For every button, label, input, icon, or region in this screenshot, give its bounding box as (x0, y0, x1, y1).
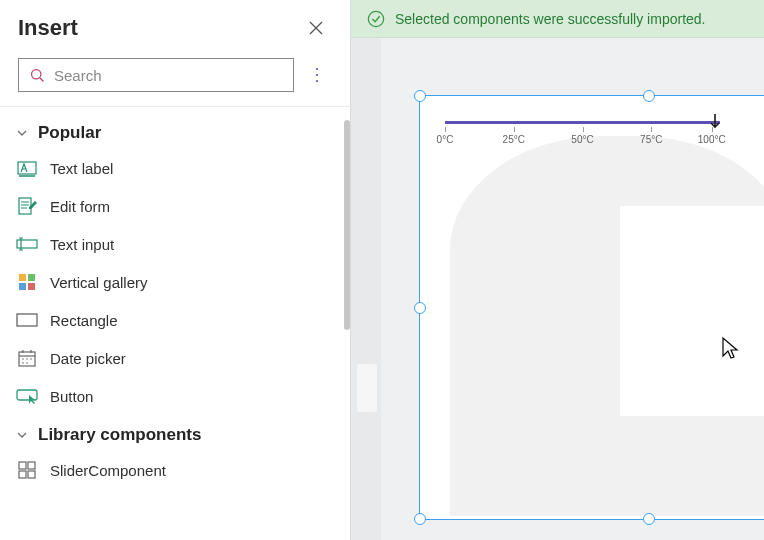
group-title: Popular (38, 123, 101, 143)
panel-body[interactable]: Popular Text label Edit form Text input (0, 106, 350, 540)
svg-rect-10 (28, 283, 35, 290)
slider-tick-label: 50°C (571, 134, 593, 145)
svg-rect-9 (19, 283, 26, 290)
group-header-library-components[interactable]: Library components (0, 415, 350, 451)
insert-item-date-picker[interactable]: Date picker (0, 339, 350, 377)
svg-rect-19 (19, 462, 26, 469)
svg-point-13 (22, 358, 24, 360)
item-label: SliderComponent (50, 462, 166, 479)
slider-tick-label: 75°C (640, 134, 662, 145)
svg-point-2 (316, 74, 318, 76)
insert-item-slider-component[interactable]: SliderComponent (0, 451, 350, 489)
chevron-down-icon (16, 127, 28, 139)
slider-tick (445, 127, 446, 132)
svg-point-17 (26, 362, 28, 364)
search-row (0, 52, 350, 106)
svg-point-15 (30, 358, 32, 360)
item-label: Button (50, 388, 93, 405)
slider-tick-label: 100°C (698, 134, 726, 145)
svg-rect-8 (28, 274, 35, 281)
text-input-icon (16, 234, 38, 254)
search-input[interactable] (54, 67, 283, 84)
resize-handle-top-left[interactable] (414, 90, 426, 102)
gallery-icon (16, 272, 38, 292)
item-label: Vertical gallery (50, 274, 148, 291)
slider-tick (583, 127, 584, 132)
date-picker-icon (16, 348, 38, 368)
toast-message: Selected components were successfully im… (395, 11, 705, 27)
canvas-area: Selected components were successfully im… (350, 0, 764, 540)
slider-tick-label: 0°C (437, 134, 454, 145)
svg-point-14 (26, 358, 28, 360)
svg-rect-18 (17, 390, 37, 400)
slider-tick (514, 127, 515, 132)
more-vertical-icon (309, 66, 325, 84)
chevron-down-icon (16, 429, 28, 441)
svg-point-16 (22, 362, 24, 364)
svg-rect-21 (19, 471, 26, 478)
item-label: Text input (50, 236, 114, 253)
item-label: Text label (50, 160, 113, 177)
group-header-popular[interactable]: Popular (0, 113, 350, 149)
panel-title: Insert (18, 15, 78, 41)
svg-point-1 (316, 68, 318, 70)
svg-rect-22 (28, 471, 35, 478)
slider-ticks: 0°C25°C50°C75°C100°C (445, 127, 720, 151)
slider-tick (651, 127, 652, 132)
overflow-button[interactable] (302, 60, 332, 90)
button-icon (16, 386, 38, 406)
svg-rect-5 (19, 198, 31, 214)
insert-item-vertical-gallery[interactable]: Vertical gallery (0, 263, 350, 301)
group-title: Library components (38, 425, 201, 445)
component-icon (16, 460, 38, 480)
insert-item-button[interactable]: Button (0, 377, 350, 415)
svg-point-0 (32, 69, 41, 78)
insert-item-text-label[interactable]: Text label (0, 149, 350, 187)
resize-handle-top-middle[interactable] (643, 90, 655, 102)
edit-form-icon (16, 196, 38, 216)
svg-rect-11 (17, 314, 37, 326)
slider-track[interactable] (445, 121, 720, 124)
svg-rect-4 (18, 162, 36, 174)
close-icon (308, 20, 324, 36)
slider-tick (712, 127, 713, 132)
resize-handle-bottom-middle[interactable] (643, 513, 655, 525)
text-label-icon (16, 158, 38, 178)
insert-item-edit-form[interactable]: Edit form (0, 187, 350, 225)
item-label: Edit form (50, 198, 110, 215)
svg-point-3 (316, 80, 318, 82)
resize-handle-middle-left[interactable] (414, 302, 426, 314)
insert-item-rectangle[interactable]: Rectangle (0, 301, 350, 339)
selection-box[interactable]: 0°C25°C50°C75°C100°C (419, 95, 764, 520)
svg-point-23 (368, 11, 383, 26)
insert-panel: Insert Popular Text label (0, 0, 350, 540)
slider-component[interactable]: 0°C25°C50°C75°C100°C (445, 121, 720, 151)
rectangle-icon (16, 310, 38, 330)
item-label: Date picker (50, 350, 126, 367)
search-box[interactable] (18, 58, 294, 92)
close-button[interactable] (300, 12, 332, 44)
svg-rect-6 (17, 240, 37, 248)
insert-item-text-input[interactable]: Text input (0, 225, 350, 263)
inner-card (620, 206, 764, 416)
success-icon (367, 10, 385, 28)
canvas[interactable]: 0°C25°C50°C75°C100°C (351, 38, 764, 540)
slider-tick-label: 25°C (503, 134, 525, 145)
svg-rect-7 (19, 274, 26, 281)
search-icon (29, 67, 46, 84)
panel-header: Insert (0, 0, 350, 52)
resize-handle-bottom-left[interactable] (414, 513, 426, 525)
svg-rect-20 (28, 462, 35, 469)
success-toast: Selected components were successfully im… (351, 0, 764, 38)
item-label: Rectangle (50, 312, 118, 329)
